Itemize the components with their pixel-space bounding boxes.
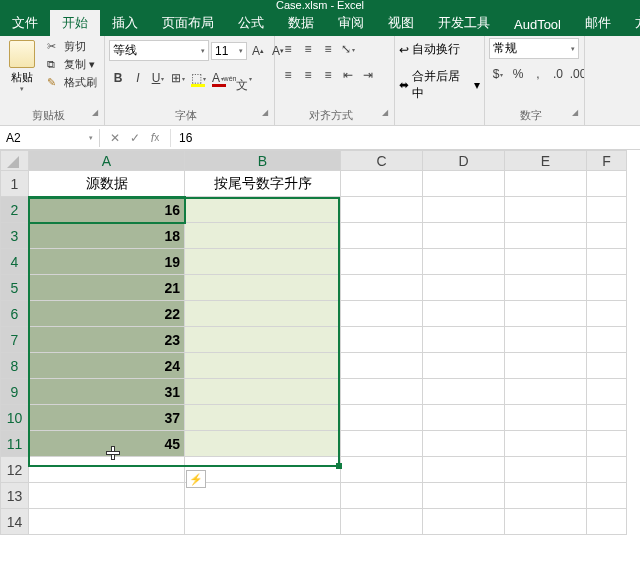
bold-button[interactable]: B	[109, 69, 127, 87]
fill-color-button[interactable]: ⬚▾	[189, 69, 207, 87]
row-header[interactable]: 4	[1, 249, 29, 275]
cell[interactable]	[185, 275, 341, 301]
accounting-button[interactable]: $▾	[489, 65, 507, 83]
cell[interactable]	[423, 171, 505, 197]
cell[interactable]	[423, 431, 505, 457]
cell[interactable]	[587, 405, 627, 431]
align-top-button[interactable]: ≡	[279, 40, 297, 58]
tab-formulas[interactable]: 公式	[226, 10, 276, 36]
name-box[interactable]: A2▾	[0, 129, 100, 147]
cell[interactable]	[423, 405, 505, 431]
cell[interactable]	[587, 197, 627, 223]
cell[interactable]	[341, 457, 423, 483]
phonetic-button[interactable]: wén文▾	[229, 69, 247, 87]
cell[interactable]	[587, 483, 627, 509]
col-header-E[interactable]: E	[505, 151, 587, 171]
align-bottom-button[interactable]: ≡	[319, 40, 337, 58]
cell[interactable]	[587, 301, 627, 327]
cell[interactable]: 24	[29, 353, 185, 379]
cell[interactable]	[185, 431, 341, 457]
cell[interactable]: 23	[29, 327, 185, 353]
cell[interactable]	[29, 509, 185, 535]
border-button[interactable]: ⊞▾	[169, 69, 187, 87]
quick-analysis-button[interactable]: ⚡	[186, 470, 206, 488]
col-header-A[interactable]: A	[29, 151, 185, 171]
cell[interactable]	[587, 223, 627, 249]
comma-button[interactable]: ,	[529, 65, 547, 83]
cell[interactable]	[185, 509, 341, 535]
tab-home[interactable]: 开始	[50, 10, 100, 36]
cell[interactable]	[505, 301, 587, 327]
row-header[interactable]: 1	[1, 171, 29, 197]
row-header[interactable]: 11	[1, 431, 29, 457]
row-header[interactable]: 13	[1, 483, 29, 509]
align-center-button[interactable]: ≡	[299, 66, 317, 84]
paste-button[interactable]: 粘贴 ▾	[4, 38, 40, 93]
fx-button[interactable]: fx	[146, 129, 164, 147]
cell[interactable]	[587, 353, 627, 379]
tab-ffgz[interactable]: 方方格子	[623, 10, 640, 36]
cell[interactable]	[505, 197, 587, 223]
cell[interactable]	[505, 405, 587, 431]
cell[interactable]: 31	[29, 379, 185, 405]
cell[interactable]	[505, 431, 587, 457]
col-header-C[interactable]: C	[341, 151, 423, 171]
cancel-formula-button[interactable]: ✕	[106, 129, 124, 147]
cell[interactable]: 19	[29, 249, 185, 275]
cell[interactable]	[505, 353, 587, 379]
cell[interactable]	[185, 353, 341, 379]
format-painter-button[interactable]: ✎格式刷	[44, 74, 100, 91]
col-header-B[interactable]: B	[185, 151, 341, 171]
cell[interactable]: 37	[29, 405, 185, 431]
tab-data[interactable]: 数据	[276, 10, 326, 36]
cell[interactable]: 45	[29, 431, 185, 457]
italic-button[interactable]: I	[129, 69, 147, 87]
align-left-button[interactable]: ≡	[279, 66, 297, 84]
row-header[interactable]: 8	[1, 353, 29, 379]
cell[interactable]	[423, 223, 505, 249]
align-middle-button[interactable]: ≡	[299, 40, 317, 58]
cell[interactable]	[341, 301, 423, 327]
cell[interactable]	[587, 457, 627, 483]
tab-mail[interactable]: 邮件	[573, 10, 623, 36]
cell[interactable]	[185, 223, 341, 249]
cell[interactable]	[341, 171, 423, 197]
select-all-corner[interactable]	[1, 151, 29, 171]
cell[interactable]	[423, 353, 505, 379]
cell[interactable]: 按尾号数字升序	[185, 171, 341, 197]
row-header[interactable]: 9	[1, 379, 29, 405]
cell[interactable]: 21	[29, 275, 185, 301]
cell[interactable]	[185, 379, 341, 405]
cell[interactable]	[423, 327, 505, 353]
cell[interactable]	[505, 275, 587, 301]
cell[interactable]	[185, 483, 341, 509]
cell[interactable]	[587, 275, 627, 301]
cell[interactable]	[505, 249, 587, 275]
increase-decimal-button[interactable]: .0	[549, 65, 567, 83]
cell[interactable]	[341, 275, 423, 301]
row-header[interactable]: 5	[1, 275, 29, 301]
cell[interactable]	[505, 379, 587, 405]
cell[interactable]	[341, 379, 423, 405]
tab-insert[interactable]: 插入	[100, 10, 150, 36]
tab-developer[interactable]: 开发工具	[426, 10, 502, 36]
copy-button[interactable]: ⧉复制▾	[44, 56, 100, 73]
row-header[interactable]: 2	[1, 197, 29, 223]
cell[interactable]: 22	[29, 301, 185, 327]
worksheet-grid[interactable]: A B C D E F 1源数据按尾号数字升序 216 318 419 521 …	[0, 150, 640, 535]
indent-decrease-button[interactable]: ⇤	[339, 66, 357, 84]
col-header-D[interactable]: D	[423, 151, 505, 171]
cell[interactable]	[341, 353, 423, 379]
row-header[interactable]: 7	[1, 327, 29, 353]
cell[interactable]	[185, 197, 341, 223]
row-header[interactable]: 14	[1, 509, 29, 535]
cell[interactable]	[423, 483, 505, 509]
cell[interactable]	[341, 431, 423, 457]
cell[interactable]: 18	[29, 223, 185, 249]
decrease-decimal-button[interactable]: .00	[569, 65, 585, 83]
cell[interactable]	[587, 249, 627, 275]
number-format-combo[interactable]: 常规▾	[489, 38, 579, 59]
cell[interactable]	[423, 509, 505, 535]
cell[interactable]: 源数据	[29, 171, 185, 197]
cell[interactable]	[505, 483, 587, 509]
